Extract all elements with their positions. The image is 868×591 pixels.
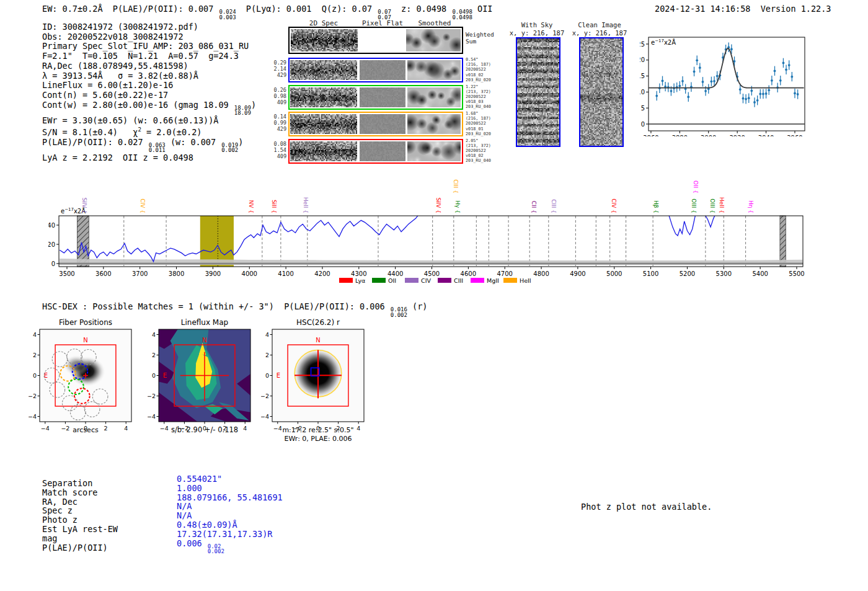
- info-line-10: S/N = 8.1(±0.4) χ2 = 2.0(±0.2): [42, 125, 256, 137]
- match-value-5: 0.48(±0.09)Å: [177, 520, 283, 530]
- hsc-panel-content: NE: [272, 329, 364, 422]
- match-value-3-text: N/A: [177, 501, 192, 511]
- info-line-1-text: Obs: 20200522v018_3008241972: [42, 32, 184, 42]
- clean-image-title-text: Clean Image: [578, 21, 621, 29]
- fit-ytick-label: 25: [640, 41, 645, 48]
- info-line-11-text: (w: 0.007: [166, 137, 221, 147]
- row-annotation-3: 2.05"(213, 372)20200522v018_02203_RU_040: [466, 138, 499, 164]
- spectrum-xtick-label: 5300: [716, 270, 732, 277]
- fit-data-point: [753, 101, 756, 104]
- row-pixel-flat-image: [360, 87, 405, 107]
- fit-ytick-label: 5: [641, 105, 645, 112]
- emission-line-label-Hβ: Hβ {: [653, 200, 659, 213]
- hsc-panel-svg: HSC(26.2) rNE−4−4−2−2002244m:17.2 re:2.5…: [261, 318, 379, 451]
- emission-line-label-SiII: SiII {: [271, 200, 277, 213]
- spectrum-xtick-label: 3800: [169, 270, 184, 277]
- weighted-sum-label: Weighted Sum: [466, 31, 498, 45]
- legend-label-OII: OII: [388, 277, 396, 284]
- row-annotation-line: (213, 372): [466, 143, 499, 148]
- hsc-cutout-panel: HSC(26.2) rNE−4−4−2−2002244m:17.2 re:2.5…: [261, 318, 379, 453]
- info-line-0: ID: 3008241972 (3008241972.pdf): [42, 22, 256, 32]
- fit-data-point: [745, 98, 747, 100]
- match-label-5: Est LyA rest-EW: [42, 525, 118, 534]
- row-weights-1: 0.260.98409: [270, 87, 286, 105]
- legend-label-CIII: CIII: [454, 277, 463, 284]
- emission-line-label-CIII: CIII {: [453, 179, 459, 193]
- match-value-0: 0.554021": [177, 474, 283, 484]
- lineflux-panel-xlabel: s/b: 2.90 +/- 0.118: [171, 425, 238, 434]
- row-weight-value: 429: [270, 72, 286, 78]
- row-smoothed-image: [407, 87, 461, 107]
- emission-line-label-HeII: HeII {: [303, 197, 309, 213]
- row-pixel-flat-image: [360, 114, 405, 134]
- info-line-11-text: ): [238, 137, 243, 147]
- info-line-4-text: RA,Dec (188.078949,55.481598): [42, 61, 188, 71]
- clean-image-cutout: [579, 37, 624, 147]
- phot-z-note: Phot z plot not available.: [581, 502, 712, 512]
- fiber-cutout-row-3: [288, 139, 463, 164]
- emission-line-label-OIII: OIII {: [691, 198, 697, 213]
- info-line-9: EWr = 3.30(±0.65) (w: 0.66(±0.13))Å: [42, 116, 256, 126]
- info-line-8-text: Cont(w) = 2.80(±0.00)e-16 (gmag 18.09: [42, 100, 234, 110]
- emission-line-label-OIII: OIII {: [709, 198, 715, 213]
- fiber-panel-ytick-label: 0: [33, 372, 37, 379]
- spectrum-ytick-label: 40: [48, 222, 55, 229]
- hsc-panel-ytick-label: 2: [265, 352, 269, 358]
- fit-data-point: [670, 90, 673, 92]
- row-pixel-flat-image: [360, 60, 405, 80]
- fit-data-point: [788, 64, 790, 66]
- legend-label-CIV: CIV: [421, 277, 431, 284]
- row-annotation-line: 20200522: [466, 121, 499, 126]
- lineflux-panel-ytick-label: 2: [152, 352, 156, 358]
- spectrum-xtick-label: 3900: [205, 270, 221, 277]
- fit-data-point: [750, 89, 753, 92]
- clean-image-coords: x, y: 216, 187: [572, 29, 627, 37]
- row-smoothed-image: [407, 114, 461, 134]
- fit-data-point: [797, 93, 799, 96]
- row-annotation-0: 0.54"(216, 187)20200522v018_02203_RU_020: [466, 57, 499, 82]
- spectrum-ytick-label: 20: [48, 241, 55, 248]
- fit-xtick-label: 3940: [758, 135, 774, 136]
- fit-data-point: [662, 79, 664, 82]
- row-weight-value: 409: [270, 99, 286, 105]
- match-value-6: 17.32(17.31,17.33)R: [177, 530, 283, 539]
- row-annotation-1: 1.22"(213, 372)20200522v018_03203_RU_040: [466, 84, 499, 110]
- fiber-cutout-row-2: [288, 112, 463, 136]
- clean-image-title: Clean Imagex, y: 216, 187: [569, 21, 631, 37]
- row-annotation-line: v018_02: [466, 73, 499, 78]
- info-line-5-text: λ = 3913.54Å σ = 3.82(±0.88)Å: [42, 71, 198, 81]
- match-value-1: 1.000: [177, 484, 283, 493]
- fit-xtick-label: 3900: [701, 135, 716, 136]
- fiber-panel-xtick-label: −4: [41, 425, 50, 432]
- line-fit-svg: 3860388039003920394039600510152025e−17x2…: [640, 31, 808, 136]
- match-value-5-text: 0.48(±0.09)Å: [177, 520, 237, 530]
- emission-line-label-CIV: CIV {: [140, 198, 146, 213]
- row-annotation-line: 20200522: [466, 67, 499, 72]
- emission-line-label-CIII: CIII {: [551, 199, 557, 213]
- hsc-dex-summary: HSC-DEX : Possible Matches = 1 (within +…: [42, 301, 427, 318]
- summary-text: OII: [472, 4, 493, 14]
- hsc-panel-ytick-label: 0: [265, 372, 269, 379]
- row-weight-value: 409: [270, 153, 286, 159]
- spectrum-chart: 3500360037003800390040004100420043004400…: [48, 166, 811, 294]
- fit-ytick-label: 0: [641, 121, 645, 128]
- spectrum-svg: 3500360037003800390040004100420043004400…: [48, 166, 811, 291]
- row-annotation-line: 20200522: [466, 94, 499, 99]
- fit-ytick-label: 20: [640, 56, 645, 63]
- summary-frac-lower: 0.003: [219, 15, 236, 20]
- info-line-11-stacked-fraction: 0.0630.011: [148, 143, 166, 153]
- spectrum-xtick-label: 4200: [314, 270, 330, 277]
- match-label-3: Spec z: [42, 506, 118, 515]
- fiber-panel-compass-north: N: [83, 337, 87, 344]
- row-annotation-line: 0.54": [466, 57, 499, 62]
- hsc-dex-text: (r): [407, 301, 428, 311]
- row-weight-value: 0.26: [270, 87, 286, 93]
- fit-xtick-label: 3880: [672, 135, 688, 136]
- row-pixel-flat-image: [360, 141, 405, 161]
- fiber-cutout-row-0: [288, 58, 463, 82]
- row-2d-spec-image: [290, 141, 357, 161]
- header-spacer: [750, 4, 760, 14]
- fit-data-point: [699, 66, 701, 69]
- hsc-dex-text: HSC-DEX : Possible Matches = 1 (within +…: [42, 301, 390, 311]
- spectrum-xtick-label: 4300: [351, 270, 366, 277]
